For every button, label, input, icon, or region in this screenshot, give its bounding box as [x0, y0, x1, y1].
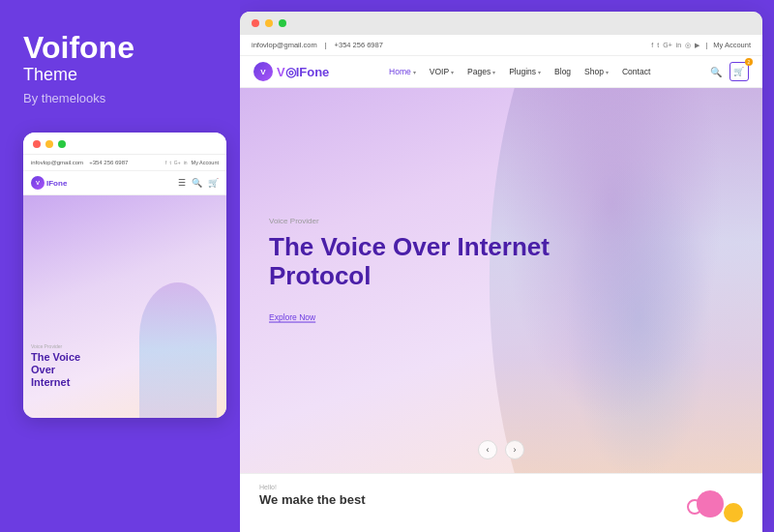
brand-title: Voifone	[23, 31, 217, 65]
mini-titlebar	[23, 133, 226, 155]
browser-topbar-left: infovlop@gmail.com | +354 256 6987	[252, 41, 383, 49]
nav-voip[interactable]: VOIP ▾	[430, 67, 454, 76]
mini-cart-icon: 🛒	[208, 178, 219, 188]
mini-phone: +354 256 6987	[89, 160, 128, 165]
main-logo: V V◎IFone	[253, 62, 329, 81]
main-dot-yellow	[265, 19, 273, 27]
social-icons: f t G+ in ◎ ▶	[651, 42, 700, 49]
fb-icon: f	[165, 160, 166, 165]
li-icon: in	[676, 42, 681, 49]
main-nav: Home ▾ VOIP ▾ Pages ▾ Plugins ▾ Blog Sho…	[389, 67, 650, 76]
dot-red	[33, 140, 41, 148]
nav-pages[interactable]: Pages ▾	[467, 67, 495, 76]
mini-hero: Voice Provider The VoiceOverInternet	[23, 195, 226, 418]
footer-hello: Hello!	[259, 484, 366, 490]
cart-badge: 2	[745, 58, 753, 66]
browser-hero: Voice Provider The Voice Over InternetPr…	[240, 88, 762, 473]
circle-pink	[697, 490, 724, 517]
nav-contact[interactable]: Contact	[622, 67, 650, 76]
mini-topbar-right: f t G+ in My Account	[165, 160, 219, 165]
gp-icon: G+	[663, 42, 672, 49]
home-chevron: ▾	[413, 69, 416, 75]
main-browser: infovlop@gmail.com | +354 256 6987 f t G…	[240, 12, 762, 532]
hero-label: Voice Provider	[269, 217, 556, 225]
dot-green	[58, 140, 66, 148]
mini-logo-icon: V	[31, 176, 45, 190]
circle-yellow	[724, 503, 743, 522]
footer-strip: Hello! We make the best	[240, 473, 762, 532]
explore-now-button[interactable]: Explore Now	[269, 311, 315, 321]
mini-logo-text: IFone	[46, 179, 67, 188]
separator: |	[325, 41, 327, 49]
footer-circles-decoration	[666, 484, 743, 522]
mini-topbar: infovlop@gmail.com +354 256 6987 f t G+ …	[23, 155, 226, 171]
tw-icon: t	[657, 42, 659, 49]
ig-icon: ◎	[685, 42, 691, 49]
logo-rest: ◎IFone	[285, 65, 330, 79]
brand-subtitle: Theme	[23, 65, 217, 85]
mini-hero-subtitle: Voice Provider	[31, 343, 80, 349]
yt-icon: ▶	[695, 42, 700, 49]
nav-blog[interactable]: Blog	[554, 67, 571, 76]
nav-cart-icon[interactable]: 🛒 2	[729, 62, 749, 81]
mini-browser-card: infovlop@gmail.com +354 256 6987 f t G+ …	[23, 133, 226, 418]
main-account: My Account	[713, 41, 751, 49]
tw-icon: t	[169, 160, 170, 165]
footer-text-block: Hello! We make the best	[259, 484, 366, 507]
hero-content: Voice Provider The Voice Over InternetPr…	[269, 217, 556, 324]
main-dot-green	[279, 19, 286, 27]
li-icon: in	[184, 160, 188, 165]
mini-social-icons: f t G+ in	[165, 160, 188, 165]
mini-email: infovlop@gmail.com	[31, 160, 83, 165]
prev-arrow-button[interactable]: ‹	[478, 440, 497, 459]
hero-heading: The Voice Over InternetProtocol	[269, 233, 556, 291]
browser-titlebar	[240, 12, 762, 35]
nav-shop[interactable]: Shop ▾	[584, 67, 609, 76]
browser-topbar-right: f t G+ in ◎ ▶ | My Account	[651, 41, 751, 49]
dot-yellow	[45, 140, 53, 148]
mini-hamburger-icon: ☰	[178, 178, 186, 188]
main-logo-icon: V	[253, 62, 273, 81]
mini-navbar: V IFone ☰ 🔍 🛒	[23, 171, 226, 195]
mini-nav-icons: ☰ 🔍 🛒	[178, 178, 219, 188]
main-logo-text: V◎IFone	[277, 65, 329, 79]
mini-topbar-left: infovlop@gmail.com +354 256 6987	[31, 160, 128, 165]
voip-chevron: ▾	[451, 69, 454, 75]
hero-nav-arrows: ‹ ›	[478, 440, 524, 459]
browser-topbar: infovlop@gmail.com | +354 256 6987 f t G…	[240, 35, 762, 56]
nav-right: 🔍 🛒 2	[710, 62, 749, 81]
main-email: infovlop@gmail.com	[252, 41, 317, 49]
mini-hero-person	[139, 282, 217, 418]
footer-heading: We make the best	[259, 492, 366, 507]
mini-account: My Account	[192, 160, 219, 165]
fb-icon: f	[651, 42, 653, 49]
pages-chevron: ▾	[492, 69, 495, 75]
divider: |	[705, 41, 707, 49]
nav-home[interactable]: Home ▾	[389, 67, 416, 76]
next-arrow-button[interactable]: ›	[505, 440, 524, 459]
gp-icon: G+	[174, 160, 181, 165]
logo-v: V	[277, 65, 285, 79]
brand-by: By themelooks	[23, 91, 217, 105]
mini-logo: V IFone	[31, 176, 67, 190]
browser-navbar: V V◎IFone Home ▾ VOIP ▾ Pages ▾ Plugins …	[240, 56, 762, 88]
shop-chevron: ▾	[606, 69, 609, 75]
main-phone: +354 256 6987	[335, 41, 383, 49]
nav-plugins[interactable]: Plugins ▾	[509, 67, 541, 76]
mini-hero-heading: The VoiceOverInternet	[31, 351, 80, 390]
mini-hero-text: Voice Provider The VoiceOverInternet	[31, 343, 80, 390]
nav-search-icon[interactable]: 🔍	[710, 67, 722, 77]
left-panel: Voifone Theme By themelooks infovlop@gma…	[0, 0, 240, 532]
main-dot-red	[252, 19, 259, 27]
mini-search-icon: 🔍	[192, 178, 202, 188]
plugins-chevron: ▾	[538, 69, 541, 75]
mini-hero-heading-text: The VoiceOverInternet	[31, 351, 80, 388]
